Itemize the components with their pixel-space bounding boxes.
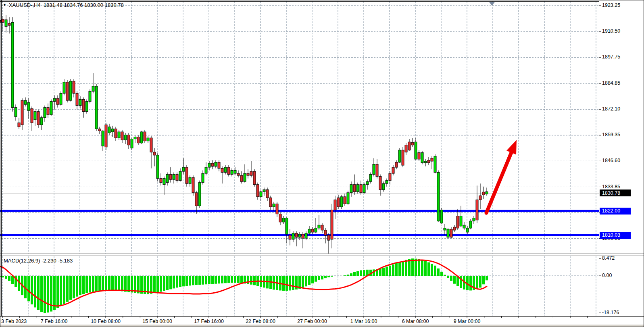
candle-body — [327, 235, 330, 240]
macd-histogram-bar — [305, 276, 307, 286]
candle-body — [44, 108, 46, 118]
candle-body — [215, 162, 217, 166]
candle-body — [211, 163, 214, 167]
candle-body — [89, 91, 91, 101]
macd-histogram-bar — [437, 269, 440, 276]
candle-body — [185, 167, 188, 183]
candle-body — [292, 233, 294, 239]
price-chart-canvas[interactable] — [0, 0, 644, 327]
macd-histogram-bar — [418, 259, 420, 276]
candle-body — [60, 93, 62, 104]
candle-body — [276, 204, 278, 214]
candle-body — [82, 100, 85, 112]
price-axis-label: 1859.35 — [602, 132, 620, 137]
candle-body — [208, 163, 210, 167]
macd-histogram-bar — [60, 276, 62, 306]
candle-body — [469, 221, 472, 228]
candle-body — [27, 102, 30, 110]
candle-body — [366, 181, 369, 185]
candle-body — [221, 168, 223, 172]
candle-body — [195, 193, 198, 206]
macd-histogram-bar — [5, 276, 7, 279]
candle-body — [224, 167, 227, 173]
time-axis-label: 7 Feb 16:00 — [41, 319, 68, 324]
candle-body — [108, 127, 110, 133]
candle-body — [50, 102, 52, 115]
macd-histogram-bar — [327, 276, 330, 277]
triangle-down-icon[interactable]: ▼ — [3, 3, 6, 7]
price-axis-label: 1884.85 — [602, 80, 620, 86]
candle-body — [34, 112, 36, 120]
macd-histogram-bar — [482, 276, 485, 284]
macd-histogram-bar — [337, 276, 340, 276]
macd-histogram-bar — [360, 270, 362, 276]
macd-histogram-bar — [395, 263, 398, 276]
candle-body — [256, 185, 259, 197]
candle-body — [321, 225, 323, 230]
macd-histogram-bar — [302, 276, 304, 287]
candle-body — [69, 81, 72, 100]
chart-title: ▼ XAUUSD-,H4 1831.48 1834.76 1830.00 183… — [3, 2, 124, 8]
macd-histogram-bar — [182, 276, 185, 286]
candle-body — [347, 193, 349, 204]
candle-body — [431, 158, 433, 161]
candle-body — [408, 142, 411, 150]
macd-histogram-bar — [324, 276, 327, 278]
macd-histogram-bar — [379, 269, 381, 276]
candle-body — [182, 167, 185, 171]
candle-body — [40, 118, 43, 125]
candle-body — [289, 235, 291, 239]
macd-histogram-bar — [169, 276, 172, 289]
candle-body — [282, 218, 285, 222]
candle-body — [37, 112, 40, 125]
trend-arrow-shaft[interactable] — [486, 151, 512, 213]
candle-body — [340, 197, 343, 207]
candle-body — [463, 225, 465, 228]
candle-body — [127, 135, 130, 145]
macd-histogram-bar — [247, 276, 249, 284]
candle-body — [24, 100, 27, 104]
candle-body — [79, 100, 81, 106]
candle-body — [360, 185, 362, 193]
macd-histogram-bar — [363, 270, 365, 276]
candle-body — [295, 233, 298, 237]
candle-body — [324, 230, 327, 235]
candle-body — [53, 98, 56, 102]
candle-body — [363, 185, 365, 193]
candle-body — [386, 181, 388, 184]
macd-histogram-bar — [282, 276, 285, 291]
macd-histogram-bar — [431, 264, 433, 276]
macd-histogram-bar — [82, 276, 85, 294]
macd-histogram-bar — [98, 276, 101, 291]
macd-histogram-bar — [66, 276, 69, 302]
macd-histogram-bar — [321, 276, 323, 279]
trend-arrow-head[interactable] — [506, 140, 517, 154]
candle-body — [63, 82, 65, 94]
macd-histogram-bar — [192, 276, 194, 285]
candle-body — [279, 214, 281, 222]
candle-body — [11, 22, 14, 107]
macd-histogram-bar — [289, 276, 291, 290]
candle-body — [466, 228, 469, 232]
candle-body — [144, 132, 146, 141]
macd-histogram-bar — [89, 276, 91, 292]
candle-body — [160, 179, 162, 183]
price-axis-label: 1897.75 — [602, 54, 620, 60]
macd-histogram-bar — [111, 276, 114, 291]
macd-histogram-bar — [347, 275, 349, 276]
candle-body — [424, 161, 427, 163]
candle-body — [102, 131, 104, 146]
macd-histogram-bar — [115, 276, 117, 291]
macd-histogram-bar — [476, 276, 478, 289]
macd-histogram-bar — [47, 276, 49, 312]
candle-body — [56, 98, 59, 104]
macd-histogram-bar — [389, 266, 391, 276]
candle-body — [398, 150, 401, 162]
price-axis-label: 1910.50 — [602, 28, 620, 34]
macd-histogram-bar — [434, 266, 436, 276]
macd-histogram-bar — [121, 276, 123, 291]
horizontal-scrollbar[interactable] — [0, 325, 644, 327]
candle-body — [418, 152, 420, 159]
macd-histogram-bar — [308, 276, 311, 285]
candle-body — [482, 192, 485, 195]
